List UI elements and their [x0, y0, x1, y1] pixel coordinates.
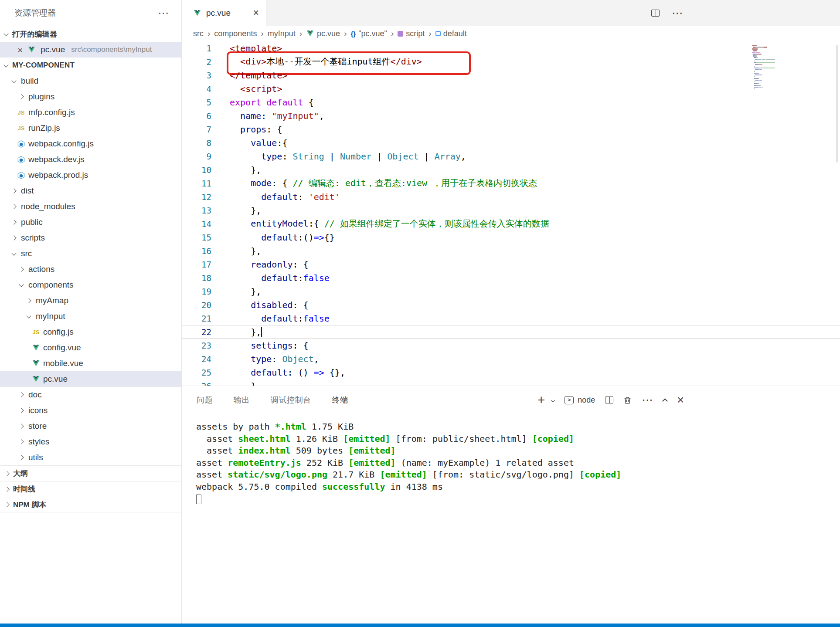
tree-item-utils[interactable]: utils [0, 450, 181, 465]
panel-tab-terminal[interactable]: 终端 [332, 392, 349, 408]
tree-item-styles[interactable]: styles [0, 434, 181, 450]
breadcrumb-default[interactable]: default [435, 29, 467, 38]
tree-item-plugins[interactable]: plugins [0, 89, 181, 105]
split-terminal-icon[interactable] [605, 397, 613, 403]
code-line-8[interactable]: 8 value:{ [182, 136, 840, 149]
code-line-16[interactable]: 16 }, [182, 244, 840, 258]
code-line-5[interactable]: 5export default { [182, 95, 840, 109]
tree-item-label: doc [28, 390, 42, 400]
code-line-26[interactable]: 26 } [182, 379, 840, 386]
breadcrumb-pc-vue-module[interactable]: {}"pc.vue" [350, 29, 387, 38]
sidebar-section-timeline[interactable]: 时间线 [0, 481, 181, 497]
breadcrumb-components[interactable]: components [214, 29, 257, 38]
breadcrumb-label: components [214, 29, 257, 38]
chevron-right-icon [4, 502, 9, 507]
tree-item-node_modules[interactable]: node_modules [0, 199, 181, 214]
breadcrumb-pc-vue[interactable]: pc.vue [306, 29, 340, 38]
code-line-25[interactable]: 25 default: () => {}, [182, 366, 840, 379]
panel-tab-output[interactable]: 输出 [233, 392, 250, 408]
panel-tab-debug-console[interactable]: 调试控制台 [270, 392, 312, 408]
close-icon[interactable]: × [17, 45, 23, 54]
maximize-panel-icon[interactable] [662, 398, 668, 404]
tree-item-webpack-dev-js[interactable]: webpack.dev.js [0, 152, 181, 167]
open-editors-section-header[interactable]: 打开的编辑器 [0, 26, 181, 42]
code-line-13[interactable]: 13 }, [182, 203, 840, 217]
close-panel-icon[interactable]: × [677, 394, 684, 406]
tree-item-public[interactable]: public [0, 214, 181, 230]
tree-item-components[interactable]: components [0, 277, 181, 293]
panel-more-actions-icon[interactable]: ⋯ [642, 394, 653, 406]
line-number: 21 [182, 314, 211, 323]
explorer-more-actions-icon[interactable]: ⋯ [158, 7, 169, 19]
webpack-file-icon [17, 171, 25, 180]
code-line-18[interactable]: 18 default:false [182, 271, 840, 285]
code-line-6[interactable]: 6 name: "myInput", [182, 109, 840, 122]
close-tab-icon[interactable]: × [253, 8, 259, 18]
tree-item-pc-vue[interactable]: pc.vue [0, 371, 181, 387]
split-editor-icon[interactable] [651, 10, 660, 17]
code-line-7[interactable]: 7 props: { [182, 122, 840, 136]
code-line-14[interactable]: 14 entityModel:{ // 如果组件绑定了一个实体，则该属性会传入实… [182, 217, 840, 230]
tree-item-src[interactable]: src [0, 246, 181, 261]
minimap[interactable] [752, 45, 813, 90]
tree-item-webpack-config-js[interactable]: webpack.config.js [0, 136, 181, 152]
tree-item-dist[interactable]: dist [0, 183, 181, 199]
code-line-23[interactable]: 23 settings: { [182, 339, 840, 352]
status-bar[interactable] [0, 624, 840, 627]
terminal-shell-badge[interactable]: > node [565, 396, 595, 405]
tree-item-config-vue[interactable]: config.vue [0, 340, 181, 356]
code-line-19[interactable]: 19 }, [182, 285, 840, 298]
editor-tab-bar: pc.vue × ⋯ [182, 0, 840, 26]
code-line-24[interactable]: 24 type: Object, [182, 352, 840, 366]
tree-item-scripts[interactable]: scripts [0, 230, 181, 246]
editor-scrollbar[interactable] [836, 45, 838, 163]
terminal-profile-dropdown-icon[interactable] [551, 398, 555, 402]
tree-item-myInput[interactable]: myInput [0, 308, 181, 324]
code-line-2[interactable]: 2 <div>本地--开发一个基础input组件</div> [182, 55, 840, 68]
tree-item-store[interactable]: store [0, 418, 181, 434]
code-line-15[interactable]: 15 default:()=>{} [182, 230, 840, 244]
tree-item-actions[interactable]: actions [0, 261, 181, 277]
code-line-10[interactable]: 10 }, [182, 163, 840, 176]
code-line-12[interactable]: 12 default: 'edit' [182, 190, 840, 203]
code-line-3[interactable]: 3</template> [182, 68, 840, 82]
tab-pc-vue[interactable]: pc.vue × [182, 0, 266, 26]
code-line-9[interactable]: 9 type: String | Number | Object | Array… [182, 149, 840, 163]
minimap-line [752, 47, 813, 48]
breadcrumb-label: default [443, 29, 467, 38]
code-line-22[interactable]: 22 }, [182, 325, 840, 339]
project-section-header[interactable]: MY-COMPONENT [0, 58, 181, 73]
sidebar-section-npm-scripts[interactable]: NPM 脚本 [0, 497, 181, 512]
tree-item-myAmap[interactable]: myAmap [0, 293, 181, 308]
kill-terminal-icon[interactable] [623, 396, 632, 404]
open-editor-path: src\components\myInput [71, 45, 152, 54]
tree-item-doc[interactable]: doc [0, 387, 181, 403]
tree-item-label: dist [21, 186, 34, 196]
code-line-4[interactable]: 4 <script> [182, 82, 840, 95]
tree-item-mfp-config-js[interactable]: JSmfp.config.js [0, 105, 181, 120]
panel-tab-problems[interactable]: 问题 [196, 392, 213, 408]
tree-item-runZip-js[interactable]: JSrunZip.js [0, 120, 181, 136]
code-text: readonly: { [230, 259, 309, 270]
code-line-11[interactable]: 11 mode: { // 编辑态: edit，查看态:view ，用于在子表格… [182, 176, 840, 190]
code-line-1[interactable]: 1<template> [182, 41, 840, 55]
tree-item-build[interactable]: build [0, 73, 181, 89]
terminal-output[interactable]: assets by path *.html 1.75 KiB asset she… [182, 414, 840, 505]
code-line-21[interactable]: 21 default:false [182, 312, 840, 325]
code-editor[interactable]: 1<template>2 <div>本地--开发一个基础input组件</div… [182, 41, 840, 386]
explorer-sidebar: 资源管理器 ⋯ 打开的编辑器 × pc.vue src\components\m… [0, 0, 182, 624]
tree-item-config-js[interactable]: JSconfig.js [0, 324, 181, 340]
panel-tabs: 问题输出调试控制台终端 [196, 392, 349, 408]
new-terminal-icon[interactable]: + [537, 393, 545, 407]
breadcrumb-script[interactable]: script [398, 29, 425, 38]
breadcrumb-myInput[interactable]: myInput [268, 29, 296, 38]
breadcrumb-src[interactable]: src [193, 29, 204, 38]
tree-item-icons[interactable]: icons [0, 403, 181, 418]
code-line-17[interactable]: 17 readonly: { [182, 258, 840, 271]
sidebar-section-outline[interactable]: 大纲 [0, 465, 181, 481]
editor-more-actions-icon[interactable]: ⋯ [672, 7, 683, 19]
code-line-20[interactable]: 20 disabled: { [182, 298, 840, 312]
open-editor-item[interactable]: × pc.vue src\components\myInput [0, 42, 181, 58]
tree-item-webpack-prod-js[interactable]: webpack.prod.js [0, 167, 181, 183]
tree-item-mobile-vue[interactable]: mobile.vue [0, 356, 181, 371]
